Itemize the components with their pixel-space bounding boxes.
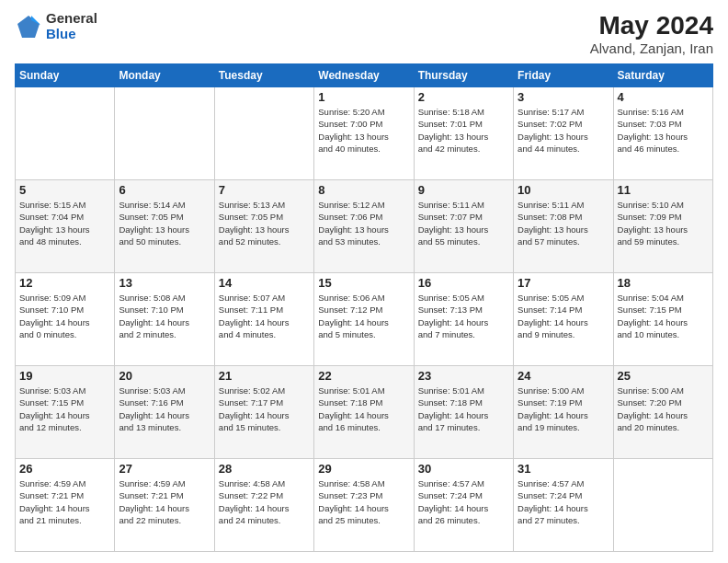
calendar-cell-2-6: 18Sunrise: 5:04 AM Sunset: 7:15 PM Dayli… bbox=[613, 273, 712, 366]
day-number-4-4: 30 bbox=[418, 462, 509, 476]
calendar-cell-3-1: 20Sunrise: 5:03 AM Sunset: 7:16 PM Dayli… bbox=[115, 366, 214, 459]
day-info-1-1: Sunrise: 5:14 AM Sunset: 7:05 PM Dayligh… bbox=[119, 199, 210, 247]
day-info-3-1: Sunrise: 5:03 AM Sunset: 7:16 PM Dayligh… bbox=[119, 385, 210, 433]
day-info-3-5: Sunrise: 5:00 AM Sunset: 7:19 PM Dayligh… bbox=[518, 385, 609, 433]
day-number-2-4: 16 bbox=[418, 276, 509, 290]
day-number-1-2: 7 bbox=[219, 183, 310, 197]
day-info-4-2: Sunrise: 4:58 AM Sunset: 7:22 PM Dayligh… bbox=[219, 477, 310, 526]
day-info-2-1: Sunrise: 5:08 AM Sunset: 7:10 PM Dayligh… bbox=[119, 292, 210, 340]
day-number-2-5: 17 bbox=[518, 276, 609, 290]
calendar-cell-0-2 bbox=[214, 87, 313, 180]
header-friday: Friday bbox=[514, 64, 613, 87]
calendar-cell-3-2: 21Sunrise: 5:02 AM Sunset: 7:17 PM Dayli… bbox=[214, 366, 313, 459]
logo-text: General Blue bbox=[46, 11, 97, 41]
day-number-1-3: 8 bbox=[318, 183, 409, 197]
main-title: May 2024 bbox=[590, 11, 713, 40]
header: General Blue May 2024 Alvand, Zanjan, Ir… bbox=[15, 11, 713, 56]
calendar-cell-1-2: 7Sunrise: 5:13 AM Sunset: 7:05 PM Daylig… bbox=[214, 180, 313, 273]
day-info-1-6: Sunrise: 5:10 AM Sunset: 7:09 PM Dayligh… bbox=[618, 199, 709, 247]
day-info-3-6: Sunrise: 5:00 AM Sunset: 7:20 PM Dayligh… bbox=[618, 385, 709, 433]
day-number-2-0: 12 bbox=[19, 276, 110, 290]
day-info-4-1: Sunrise: 4:59 AM Sunset: 7:21 PM Dayligh… bbox=[119, 477, 210, 526]
weekday-header-row: Sunday Monday Tuesday Wednesday Thursday… bbox=[16, 64, 713, 87]
calendar-cell-3-0: 19Sunrise: 5:03 AM Sunset: 7:15 PM Dayli… bbox=[16, 366, 115, 459]
calendar-cell-0-1 bbox=[115, 87, 214, 180]
day-info-0-5: Sunrise: 5:17 AM Sunset: 7:02 PM Dayligh… bbox=[518, 106, 609, 155]
day-number-0-3: 1 bbox=[318, 90, 409, 104]
day-info-0-3: Sunrise: 5:20 AM Sunset: 7:00 PM Dayligh… bbox=[318, 106, 409, 155]
week-row-4: 26Sunrise: 4:59 AM Sunset: 7:21 PM Dayli… bbox=[16, 459, 713, 552]
day-info-0-6: Sunrise: 5:16 AM Sunset: 7:03 PM Dayligh… bbox=[618, 106, 709, 155]
day-info-2-0: Sunrise: 5:09 AM Sunset: 7:10 PM Dayligh… bbox=[19, 292, 110, 340]
week-row-3: 19Sunrise: 5:03 AM Sunset: 7:15 PM Dayli… bbox=[16, 366, 713, 459]
day-info-3-0: Sunrise: 5:03 AM Sunset: 7:15 PM Dayligh… bbox=[19, 385, 110, 433]
day-number-3-0: 19 bbox=[19, 369, 110, 383]
calendar-cell-4-6 bbox=[613, 459, 712, 552]
calendar-cell-3-5: 24Sunrise: 5:00 AM Sunset: 7:19 PM Dayli… bbox=[514, 366, 613, 459]
day-number-3-1: 20 bbox=[119, 369, 210, 383]
calendar-cell-1-0: 5Sunrise: 5:15 AM Sunset: 7:04 PM Daylig… bbox=[16, 180, 115, 273]
logo-blue-text: Blue bbox=[46, 27, 97, 42]
calendar-cell-2-1: 13Sunrise: 5:08 AM Sunset: 7:10 PM Dayli… bbox=[115, 273, 214, 366]
calendar-cell-4-4: 30Sunrise: 4:57 AM Sunset: 7:24 PM Dayli… bbox=[414, 459, 513, 552]
day-number-0-6: 4 bbox=[618, 90, 709, 104]
day-info-4-5: Sunrise: 4:57 AM Sunset: 7:24 PM Dayligh… bbox=[518, 477, 609, 526]
logo: General Blue bbox=[15, 11, 97, 41]
day-number-0-5: 3 bbox=[518, 90, 609, 104]
day-info-4-4: Sunrise: 4:57 AM Sunset: 7:24 PM Dayligh… bbox=[418, 477, 509, 526]
calendar-cell-4-5: 31Sunrise: 4:57 AM Sunset: 7:24 PM Dayli… bbox=[514, 459, 613, 552]
header-saturday: Saturday bbox=[613, 64, 712, 87]
header-wednesday: Wednesday bbox=[314, 64, 414, 87]
day-number-3-2: 21 bbox=[219, 369, 310, 383]
day-info-4-3: Sunrise: 4:58 AM Sunset: 7:23 PM Dayligh… bbox=[318, 477, 409, 526]
calendar-cell-1-3: 8Sunrise: 5:12 AM Sunset: 7:06 PM Daylig… bbox=[314, 180, 414, 273]
day-info-1-3: Sunrise: 5:12 AM Sunset: 7:06 PM Dayligh… bbox=[318, 199, 409, 247]
day-info-3-3: Sunrise: 5:01 AM Sunset: 7:18 PM Dayligh… bbox=[318, 385, 409, 433]
day-number-4-3: 29 bbox=[318, 462, 409, 476]
day-info-2-2: Sunrise: 5:07 AM Sunset: 7:11 PM Dayligh… bbox=[219, 292, 310, 340]
day-number-1-5: 10 bbox=[518, 183, 609, 197]
calendar-cell-2-4: 16Sunrise: 5:05 AM Sunset: 7:13 PM Dayli… bbox=[414, 273, 513, 366]
day-info-0-4: Sunrise: 5:18 AM Sunset: 7:01 PM Dayligh… bbox=[418, 106, 509, 155]
header-thursday: Thursday bbox=[414, 64, 513, 87]
svg-marker-0 bbox=[17, 16, 40, 38]
day-info-2-6: Sunrise: 5:04 AM Sunset: 7:15 PM Dayligh… bbox=[618, 292, 709, 340]
calendar-cell-2-2: 14Sunrise: 5:07 AM Sunset: 7:11 PM Dayli… bbox=[214, 273, 313, 366]
week-row-0: 1Sunrise: 5:20 AM Sunset: 7:00 PM Daylig… bbox=[16, 87, 713, 180]
calendar-cell-2-5: 17Sunrise: 5:05 AM Sunset: 7:14 PM Dayli… bbox=[514, 273, 613, 366]
header-tuesday: Tuesday bbox=[214, 64, 313, 87]
calendar-cell-0-0 bbox=[16, 87, 115, 180]
day-info-1-0: Sunrise: 5:15 AM Sunset: 7:04 PM Dayligh… bbox=[19, 199, 110, 247]
calendar-cell-1-4: 9Sunrise: 5:11 AM Sunset: 7:07 PM Daylig… bbox=[414, 180, 513, 273]
day-number-1-0: 5 bbox=[19, 183, 110, 197]
calendar-cell-4-1: 27Sunrise: 4:59 AM Sunset: 7:21 PM Dayli… bbox=[115, 459, 214, 552]
calendar-cell-1-1: 6Sunrise: 5:14 AM Sunset: 7:05 PM Daylig… bbox=[115, 180, 214, 273]
day-info-3-4: Sunrise: 5:01 AM Sunset: 7:18 PM Dayligh… bbox=[418, 385, 509, 433]
day-number-4-5: 31 bbox=[518, 462, 609, 476]
day-info-4-0: Sunrise: 4:59 AM Sunset: 7:21 PM Dayligh… bbox=[19, 477, 110, 526]
day-info-1-4: Sunrise: 5:11 AM Sunset: 7:07 PM Dayligh… bbox=[418, 199, 509, 247]
day-info-2-3: Sunrise: 5:06 AM Sunset: 7:12 PM Dayligh… bbox=[318, 292, 409, 340]
calendar-cell-1-5: 10Sunrise: 5:11 AM Sunset: 7:08 PM Dayli… bbox=[514, 180, 613, 273]
day-number-2-1: 13 bbox=[119, 276, 210, 290]
calendar-cell-3-4: 23Sunrise: 5:01 AM Sunset: 7:18 PM Dayli… bbox=[414, 366, 513, 459]
day-info-3-2: Sunrise: 5:02 AM Sunset: 7:17 PM Dayligh… bbox=[219, 385, 310, 433]
logo-icon bbox=[15, 13, 42, 40]
calendar-cell-2-0: 12Sunrise: 5:09 AM Sunset: 7:10 PM Dayli… bbox=[16, 273, 115, 366]
day-number-1-4: 9 bbox=[418, 183, 509, 197]
calendar-cell-1-6: 11Sunrise: 5:10 AM Sunset: 7:09 PM Dayli… bbox=[613, 180, 712, 273]
calendar-cell-0-3: 1Sunrise: 5:20 AM Sunset: 7:00 PM Daylig… bbox=[314, 87, 414, 180]
day-number-3-6: 25 bbox=[618, 369, 709, 383]
header-sunday: Sunday bbox=[16, 64, 115, 87]
day-number-2-6: 18 bbox=[618, 276, 709, 290]
day-number-4-0: 26 bbox=[19, 462, 110, 476]
day-info-2-5: Sunrise: 5:05 AM Sunset: 7:14 PM Dayligh… bbox=[518, 292, 609, 340]
day-info-1-2: Sunrise: 5:13 AM Sunset: 7:05 PM Dayligh… bbox=[219, 199, 310, 247]
title-block: May 2024 Alvand, Zanjan, Iran bbox=[590, 11, 713, 56]
calendar-cell-4-0: 26Sunrise: 4:59 AM Sunset: 7:21 PM Dayli… bbox=[16, 459, 115, 552]
day-number-4-2: 28 bbox=[219, 462, 310, 476]
day-number-3-4: 23 bbox=[418, 369, 509, 383]
header-monday: Monday bbox=[115, 64, 214, 87]
day-info-1-5: Sunrise: 5:11 AM Sunset: 7:08 PM Dayligh… bbox=[518, 199, 609, 247]
logo-general-text: General bbox=[46, 11, 97, 27]
